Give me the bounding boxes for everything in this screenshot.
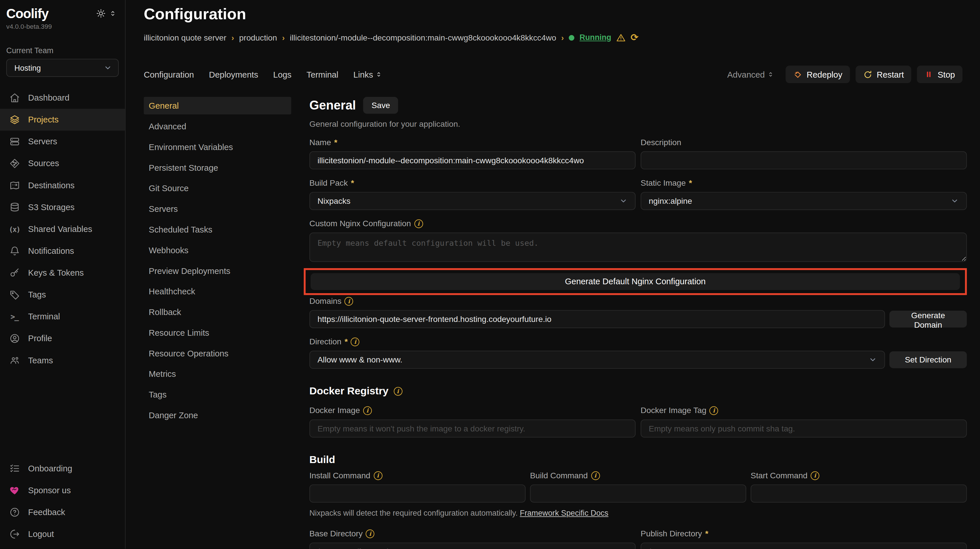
warning-triangle-icon[interactable] (616, 33, 626, 42)
restart-label: Restart (877, 70, 904, 79)
sidebar-item-label: Feedback (28, 508, 65, 517)
config-menu-servers[interactable]: Servers (144, 200, 291, 218)
info-icon[interactable]: i (414, 219, 423, 228)
general-form: General Save General configuration for y… (309, 97, 967, 549)
info-icon[interactable]: i (591, 471, 600, 480)
sidebar-item-label: Notifications (28, 246, 74, 256)
sidebar-item-label: Servers (28, 137, 57, 146)
status-running-link[interactable]: Running (580, 33, 611, 42)
restart-button[interactable]: Restart (856, 65, 912, 83)
stop-button[interactable]: Stop (917, 65, 963, 83)
users-icon (9, 355, 20, 366)
config-menu-persistent-storage[interactable]: Persistent Storage (144, 159, 291, 176)
stop-pause-icon (924, 70, 933, 79)
config-menu-preview-deployments[interactable]: Preview Deployments (144, 262, 291, 279)
config-menu-danger-zone[interactable]: Danger Zone (144, 406, 291, 424)
docker-image-tag-label: Docker Image Tag (641, 406, 706, 415)
base-directory-input[interactable] (309, 543, 635, 549)
sidebar-item-dashboard[interactable]: Dashboard (0, 87, 125, 109)
info-icon[interactable]: i (373, 471, 382, 480)
config-menu-healthcheck[interactable]: Healthcheck (144, 283, 291, 300)
nginx-config-textarea[interactable] (309, 232, 967, 262)
docker-image-input[interactable] (309, 419, 635, 438)
config-menu-resource-operations[interactable]: Resource Operations (144, 344, 291, 362)
save-button[interactable]: Save (364, 97, 398, 114)
name-input[interactable] (309, 151, 635, 169)
home-icon (9, 92, 20, 103)
sidebar-item-projects[interactable]: Projects (0, 109, 125, 130)
description-input[interactable] (641, 151, 967, 169)
info-icon[interactable]: i (363, 406, 372, 414)
sidebar-item-feedback[interactable]: Feedback (0, 501, 125, 523)
tab-deployments[interactable]: Deployments (209, 70, 258, 79)
config-menu-rollback[interactable]: Rollback (144, 303, 291, 321)
sidebar-item-tags[interactable]: Tags (0, 284, 125, 306)
stop-label: Stop (938, 70, 955, 79)
sidebar-item-destinations[interactable]: Destinations (0, 175, 125, 196)
build-command-label: Build Command (530, 471, 588, 480)
heart-hands-icon (9, 485, 20, 496)
direction-select[interactable]: Allow www & non-www. (309, 351, 885, 369)
info-icon[interactable]: i (710, 406, 718, 414)
sidebar-item-keys-tokens[interactable]: Keys & Tokens (0, 262, 125, 284)
static-image-select[interactable]: nginx:alpine (641, 192, 967, 210)
sidebar-item-label: Tags (28, 290, 46, 299)
sidebar-item-label: Sources (28, 159, 59, 168)
tab-links[interactable]: Links (353, 70, 382, 79)
sidebar-item-sponsor-us[interactable]: Sponsor us (0, 479, 125, 501)
sidebar-item-sources[interactable]: Sources (0, 153, 125, 175)
config-menu-advanced[interactable]: Advanced (144, 118, 291, 135)
sidebar-item-logout[interactable]: Logout (0, 523, 125, 545)
info-icon[interactable]: i (393, 387, 402, 395)
config-menu-git-source[interactable]: Git Source (144, 179, 291, 197)
generate-nginx-config-button[interactable]: Generate Default Nginx Configuration (311, 273, 960, 290)
tab-configuration[interactable]: Configuration (144, 70, 194, 79)
build-pack-select[interactable]: Nixpacks (309, 192, 635, 210)
breadcrumb-project[interactable]: illicitonion quote server (144, 33, 226, 42)
info-icon[interactable]: i (345, 297, 353, 305)
refresh-icon[interactable]: ⟳ (630, 32, 638, 43)
docker-image-tag-input[interactable] (641, 419, 967, 438)
team-select[interactable]: Hosting (6, 59, 119, 77)
sidebar-item-shared-variables[interactable]: (x) Shared Variables (0, 218, 125, 240)
tab-terminal[interactable]: Terminal (306, 70, 338, 79)
generate-domain-button[interactable]: Generate Domain (889, 311, 967, 328)
config-menu-scheduled-tasks[interactable]: Scheduled Tasks (144, 221, 291, 238)
sidebar-item-s3-storages[interactable]: S3 Storages (0, 196, 125, 218)
config-menu-resource-limits[interactable]: Resource Limits (144, 324, 291, 341)
chevron-down-icon (869, 356, 877, 364)
advanced-dropdown[interactable]: Advanced (727, 70, 774, 79)
config-menu-metrics[interactable]: Metrics (144, 365, 291, 383)
info-icon[interactable]: i (811, 471, 819, 480)
app-logo: Coolify (6, 6, 49, 21)
start-command-input[interactable] (751, 484, 967, 503)
sidebar-item-servers[interactable]: Servers (0, 131, 125, 153)
docker-image-label: Docker Image (309, 406, 360, 415)
domains-input[interactable] (309, 310, 885, 328)
theme-select-chevrons-icon[interactable] (110, 10, 116, 18)
config-menu-webhooks[interactable]: Webhooks (144, 241, 291, 259)
build-command-input[interactable] (530, 484, 746, 503)
sidebar-item-notifications[interactable]: Notifications (0, 240, 125, 262)
publish-directory-input[interactable] (641, 543, 967, 549)
redeploy-label: Redeploy (807, 70, 842, 79)
sidebar-item-profile[interactable]: Profile (0, 328, 125, 350)
breadcrumb-environment[interactable]: production (239, 33, 277, 42)
breadcrumb-application[interactable]: illicitestonion/-module--decomposition:m… (290, 33, 556, 42)
breadcrumb-separator: › (561, 33, 564, 42)
sidebar-item-terminal[interactable]: >_ Terminal (0, 306, 125, 328)
theme-toggle-sun-icon[interactable] (96, 9, 106, 18)
install-command-input[interactable] (309, 484, 525, 503)
info-icon[interactable]: i (366, 529, 374, 538)
config-menu-tags[interactable]: Tags (144, 386, 291, 403)
tab-logs[interactable]: Logs (273, 70, 292, 79)
sidebar-item-teams[interactable]: Teams (0, 350, 125, 371)
redeploy-button[interactable]: Redeploy (786, 65, 850, 83)
sidebar-item-onboarding[interactable]: Onboarding (0, 458, 125, 479)
config-menu-environment-variables[interactable]: Environment Variables (144, 138, 291, 156)
info-icon[interactable]: i (351, 337, 360, 346)
config-menu-general[interactable]: General (144, 97, 291, 115)
set-direction-button[interactable]: Set Direction (889, 351, 967, 368)
sidebar-item-label: Keys & Tokens (28, 268, 84, 278)
framework-docs-link[interactable]: Framework Specific Docs (520, 509, 608, 517)
